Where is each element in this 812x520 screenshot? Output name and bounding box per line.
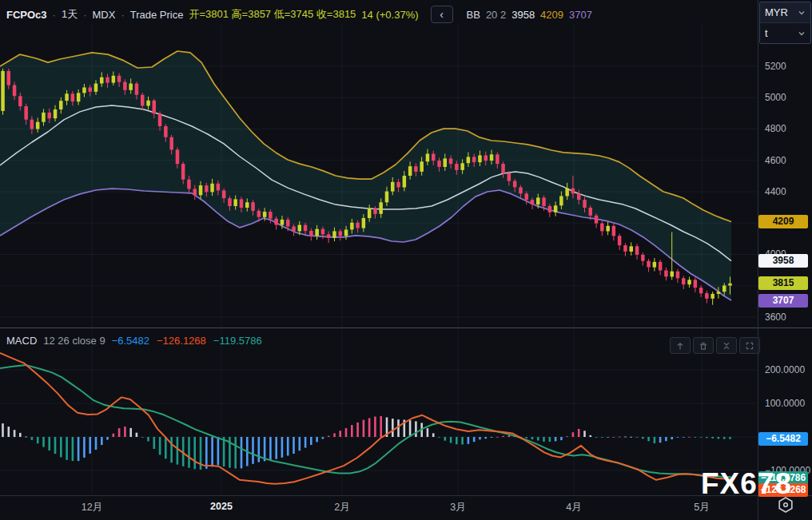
axis-price-badge: −6.5482	[758, 432, 808, 446]
time-axis[interactable]: 12月20252月3月4月5月	[0, 495, 812, 520]
macd-value: −119.5786	[213, 335, 262, 347]
interval-label[interactable]: 1天	[62, 7, 78, 22]
ohlc-values: 开=3801 高=3857 低=3745 收=3815	[189, 7, 356, 22]
collapse-icon	[722, 341, 731, 351]
bb-value: 3958	[511, 9, 535, 21]
macd-tick-label: 200.0000	[765, 364, 805, 375]
bb-name: BB	[467, 9, 480, 21]
macd-value: −126.1268	[157, 335, 206, 347]
axis-price-badge: 3958	[758, 254, 808, 268]
bollinger-bands	[0, 51, 731, 300]
maximize-pane-button[interactable]	[739, 337, 760, 354]
currency-dropdown[interactable]: MYR	[760, 2, 810, 23]
unit-dropdown[interactable]: t	[760, 23, 810, 43]
collapse-header-button[interactable]: ‹	[431, 6, 453, 23]
price-tick-label: 4600	[765, 155, 786, 166]
time-tick-label: 5月	[694, 501, 709, 514]
symbol-header: FCPOc3 · 1天 · MDX · Trade Price 开=3801 高…	[6, 6, 598, 23]
chevron-left-icon: ‹	[440, 9, 444, 20]
price-tick-label: 5000	[765, 92, 786, 103]
time-tick-label: 4月	[566, 501, 581, 514]
time-tick-label: 12月	[82, 501, 102, 514]
separator: ·	[83, 9, 86, 21]
time-tick-label: 3月	[450, 501, 465, 514]
delete-pane-button[interactable]	[693, 337, 714, 354]
pane-divider[interactable]	[0, 327, 812, 328]
price-tick-label: 3600	[765, 312, 786, 323]
chevron-down-icon	[798, 10, 806, 16]
arrow-up-icon	[675, 341, 685, 351]
macd-pane-toolbar	[670, 337, 760, 354]
bb-params: 20 2	[486, 9, 506, 21]
time-tick-label: 2月	[334, 501, 349, 514]
axis-price-badge: 3815	[758, 276, 808, 290]
exchange-label: MDX	[93, 9, 116, 21]
price-axis[interactable]: 5200500048004600440040003600200.0000100.…	[758, 0, 812, 520]
chart-app: FCPOc3 · 1天 · MDX · Trade Price 开=3801 高…	[0, 0, 812, 520]
separator: ·	[53, 9, 56, 21]
macd-indicator-legend[interactable]: MACD 12 26 close 9 −6.5482−126.1268−119.…	[6, 335, 269, 347]
price-tick-label: 4400	[765, 186, 786, 197]
symbol-name[interactable]: FCPOc3	[6, 9, 47, 21]
chart-canvas[interactable]	[0, 0, 812, 520]
macd-series	[0, 353, 731, 484]
axis-price-badge: 3707	[758, 294, 808, 308]
bb-value: 3707	[569, 9, 592, 21]
bb-indicator-legend[interactable]: BB 20 2 395842093707	[467, 9, 598, 21]
axis-settings-panel: MYR t	[759, 2, 811, 44]
axis-price-badge: 4209	[758, 215, 808, 228]
move-pane-up-button[interactable]	[670, 337, 691, 354]
hexagon-logo-icon	[776, 495, 795, 514]
unit-value: t	[765, 27, 768, 39]
maximize-icon	[745, 341, 754, 351]
bb-value: 4209	[540, 9, 563, 21]
macd-params: 12 26 close 9	[43, 335, 105, 347]
macd-tick-label: 100.0000	[765, 398, 805, 409]
collapse-pane-button[interactable]	[716, 337, 737, 354]
price-tick-label: 5200	[765, 61, 786, 72]
trash-icon	[699, 341, 708, 351]
macd-name: MACD	[6, 335, 37, 347]
separator: ·	[121, 9, 124, 21]
time-tick-label: 2025	[210, 501, 233, 512]
macd-value: −6.5482	[112, 335, 149, 347]
change-value: 14 (+0.37%)	[361, 9, 418, 21]
chevron-down-icon	[798, 30, 806, 37]
bb-values: 395842093707	[511, 9, 598, 21]
series-type-label: Trade Price	[130, 9, 184, 21]
fx678-watermark: FX678	[701, 469, 792, 498]
currency-value: MYR	[765, 6, 788, 18]
price-tick-label: 4800	[765, 123, 786, 134]
macd-values: −6.5482−126.1268−119.5786	[112, 335, 269, 347]
